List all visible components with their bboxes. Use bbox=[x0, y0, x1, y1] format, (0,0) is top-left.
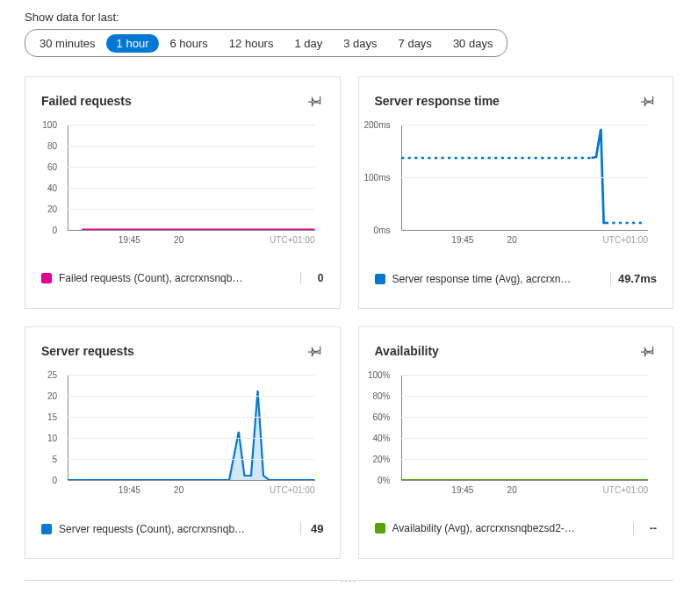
time-filter-label: Show data for last: bbox=[25, 11, 673, 24]
time-range-option[interactable]: 1 hour bbox=[106, 34, 160, 53]
legend-label: Failed requests (Count), acrcrxnsnqb… bbox=[59, 272, 290, 284]
pin-icon[interactable] bbox=[641, 93, 657, 109]
time-range-option[interactable]: 1 day bbox=[284, 34, 333, 53]
x-tick: 20 bbox=[174, 235, 183, 245]
timezone-label: UTC+01:00 bbox=[603, 485, 648, 495]
timezone-label: UTC+01:00 bbox=[270, 485, 314, 495]
y-tick: 80 bbox=[47, 141, 62, 151]
x-tick: 20 bbox=[174, 485, 183, 495]
y-tick: 60% bbox=[372, 412, 395, 422]
card-title: Availability bbox=[375, 344, 439, 358]
legend-value: 49.7ms bbox=[610, 272, 657, 285]
y-tick: 80% bbox=[372, 391, 395, 401]
x-tick: 20 bbox=[507, 485, 517, 495]
pin-icon[interactable] bbox=[641, 343, 657, 359]
y-tick: 10 bbox=[47, 433, 62, 443]
legend-swatch bbox=[375, 274, 385, 284]
legend-label: Server requests (Count), acrcrxnsnqb… bbox=[59, 523, 290, 535]
x-tick: 19:45 bbox=[119, 485, 140, 495]
y-tick: 0ms bbox=[374, 226, 396, 235]
time-range-picker: 30 minutes1 hour6 hours12 hours1 day3 da… bbox=[25, 29, 507, 57]
time-range-option[interactable]: 12 hours bbox=[219, 34, 284, 53]
y-tick: 20% bbox=[372, 455, 395, 464]
time-range-option[interactable]: 30 minutes bbox=[29, 34, 106, 53]
y-tick: 100 bbox=[42, 120, 62, 130]
card-availability: Availability 0%20%40%60%80%100% 19:45 20 bbox=[358, 326, 674, 559]
y-tick: 100% bbox=[368, 370, 396, 380]
y-tick: 100ms bbox=[363, 173, 395, 183]
y-tick: 15 bbox=[47, 412, 62, 422]
x-tick: 19:45 bbox=[451, 235, 473, 245]
card-title: Server requests bbox=[41, 344, 134, 358]
card-failed-requests: Failed requests 020406080100 19:45 20 bbox=[25, 76, 341, 309]
pin-icon[interactable] bbox=[308, 93, 324, 109]
chart-failed-requests[interactable]: 020406080100 19:45 20 UTC+01:00 bbox=[68, 125, 315, 256]
y-tick: 0 bbox=[52, 476, 62, 485]
x-tick: 19:45 bbox=[451, 485, 473, 495]
y-tick: 40 bbox=[47, 183, 62, 193]
legend-swatch bbox=[375, 523, 385, 534]
legend-value: 49 bbox=[300, 522, 324, 535]
card-server-requests: Server requests 0510152025 19:45 20 bbox=[25, 326, 341, 559]
pin-icon[interactable] bbox=[308, 343, 324, 359]
legend-swatch bbox=[41, 273, 52, 283]
timezone-label: UTC+01:00 bbox=[603, 235, 648, 245]
y-tick: 25 bbox=[47, 370, 62, 380]
card-title: Failed requests bbox=[41, 94, 132, 108]
chart-server-response[interactable]: 0ms100ms200ms 19:45 20 UTC+01:00 bbox=[401, 125, 649, 256]
y-tick: 0 bbox=[52, 226, 62, 235]
y-tick: 0% bbox=[378, 476, 395, 485]
timezone-label: UTC+01:00 bbox=[270, 235, 314, 245]
chart-availability[interactable]: 0%20%40%60%80%100% 19:45 20 UTC+01:00 bbox=[401, 375, 649, 506]
x-tick: 20 bbox=[507, 235, 517, 245]
x-tick: 19:45 bbox=[119, 235, 140, 245]
y-tick: 200ms bbox=[363, 120, 395, 130]
legend-swatch bbox=[41, 524, 52, 534]
legend-value: -- bbox=[633, 522, 657, 534]
time-range-option[interactable]: 6 hours bbox=[159, 34, 218, 53]
card-title: Server response time bbox=[375, 94, 500, 108]
legend-label: Availability (Avg), acrcrxnsnqbezsd2-… bbox=[392, 522, 623, 534]
time-range-option[interactable]: 30 days bbox=[443, 34, 504, 53]
time-range-option[interactable]: 3 days bbox=[333, 34, 387, 53]
card-server-response-time: Server response time 0ms100ms200ms bbox=[358, 76, 674, 309]
chart-server-requests[interactable]: 0510152025 19:45 20 UTC+01:00 bbox=[68, 375, 315, 506]
y-tick: 60 bbox=[47, 162, 62, 172]
time-range-option[interactable]: 7 days bbox=[388, 34, 443, 53]
y-tick: 5 bbox=[52, 455, 62, 464]
legend-label: Server response time (Avg), acrcrxn… bbox=[392, 273, 600, 285]
legend-value: 0 bbox=[300, 272, 324, 284]
y-tick: 40% bbox=[372, 433, 395, 443]
resize-grip[interactable]: ···· bbox=[25, 580, 673, 581]
y-tick: 20 bbox=[47, 391, 62, 401]
y-tick: 20 bbox=[47, 204, 62, 214]
